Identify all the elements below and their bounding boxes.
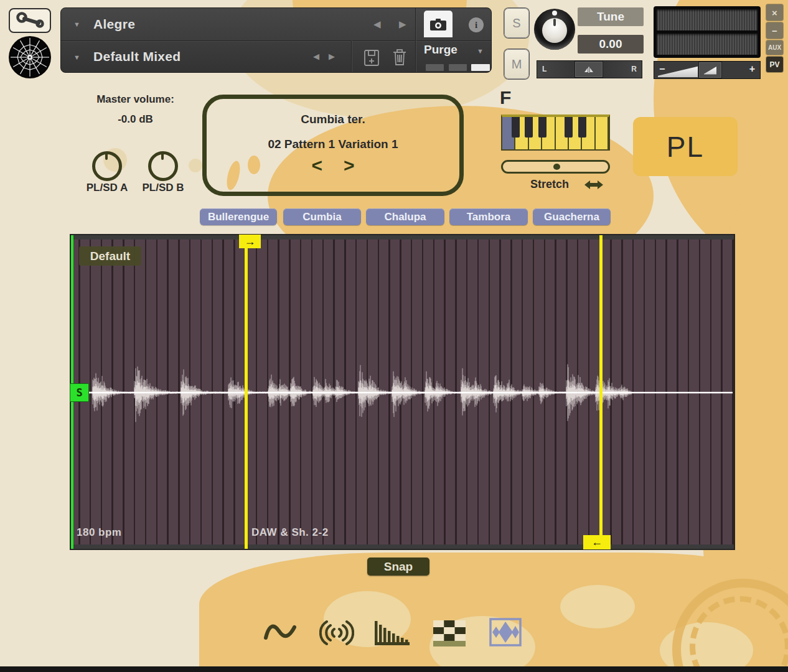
instrument-prev-icon[interactable]: ◀ — [373, 19, 381, 30]
volume-slider[interactable]: − + — [654, 61, 761, 79]
edit-wrench-button[interactable] — [9, 8, 51, 33]
plsd-b-label: PL/SD B — [135, 182, 191, 194]
info-icon[interactable]: i — [469, 17, 484, 32]
loop-end-handle[interactable]: ← — [583, 535, 611, 549]
purge-menu[interactable]: Purge — [424, 43, 457, 57]
style-name: Cumbia ter. — [207, 113, 459, 126]
trash-icon — [392, 48, 407, 67]
keyboard-range[interactable] — [501, 114, 610, 151]
instrument-header: ▼ Alegre ◀ ▶ ▼ Default Mixed ◀ ▶ — [60, 7, 492, 73]
tune-label: Tune — [578, 7, 644, 26]
waveform-bottom-strip — [71, 544, 734, 549]
waveform-top-strip — [71, 235, 734, 240]
style-tab-cumbia[interactable]: Cumbia — [283, 208, 361, 225]
tune-knob-tick — [553, 19, 556, 26]
pan-left-label: L — [542, 65, 546, 73]
pattern-prev-button[interactable]: < — [311, 155, 322, 175]
background-blob — [189, 159, 202, 172]
volume-minus[interactable]: − — [659, 63, 665, 75]
memory-indicator — [426, 64, 444, 71]
plsd-b-knob[interactable] — [148, 151, 178, 181]
instrument-name[interactable]: Alegre — [93, 17, 135, 32]
black-key[interactable] — [512, 117, 520, 138]
root-key-label: F — [500, 87, 511, 108]
speaker-waves-icon[interactable] — [319, 618, 354, 647]
waveform-view-icon[interactable] — [489, 618, 522, 646]
preset-menu-caret-icon[interactable]: ▼ — [73, 54, 80, 61]
instrument-next-icon[interactable]: ▶ — [399, 19, 406, 30]
volume-plus[interactable]: + — [749, 63, 755, 75]
output-meters — [654, 6, 761, 58]
save-preset-button[interactable] — [364, 49, 380, 69]
solo-button[interactable]: S — [504, 8, 529, 38]
instrument-logo — [8, 35, 52, 79]
volume-handle[interactable] — [699, 62, 721, 78]
stretch-label: Stretch — [530, 178, 569, 191]
header-divider — [61, 40, 491, 41]
plsd-a-label: PL/SD A — [79, 182, 135, 194]
waveform-panel[interactable]: S Default → ← 180 bpm DAW & Sh. 2-2 — [70, 234, 735, 550]
tune-knob-indicator — [552, 11, 557, 16]
preset-name[interactable]: Default Mixed — [93, 49, 181, 64]
style-tab-chalupa[interactable]: Chalupa — [366, 208, 444, 225]
style-tabs: BullerengueCumbiaChalupaTamboraGuacherna — [0, 208, 788, 225]
black-key[interactable] — [525, 117, 533, 138]
master-volume-value: -0.0 dB — [81, 113, 190, 126]
decay-bars-icon[interactable] — [375, 620, 411, 646]
memory-indicator — [471, 64, 490, 71]
loop-start-line[interactable] — [245, 235, 248, 549]
pan-center-icon — [583, 66, 594, 73]
tune-knob[interactable] — [534, 9, 575, 50]
delete-preset-button[interactable] — [392, 48, 407, 69]
right-arrow-icon: → — [245, 235, 256, 248]
style-tab-tambora[interactable]: Tambora — [449, 208, 528, 225]
snapshot-view-tab[interactable] — [424, 11, 453, 37]
pattern-next-button[interactable]: > — [344, 155, 355, 175]
kontakt-instrument-window: ▼ Alegre ◀ ▶ ▼ Default Mixed ◀ ▶ — [0, 0, 788, 672]
purge-caret-icon[interactable]: ▼ — [477, 47, 484, 55]
aux-button[interactable]: AUX — [766, 40, 783, 55]
minimize-button[interactable]: − — [766, 22, 783, 39]
preset-prev-icon[interactable]: ◀ — [313, 52, 319, 61]
start-marker-handle[interactable]: S — [70, 383, 89, 402]
plsd-a-knob[interactable] — [92, 151, 122, 181]
loop-start-handle[interactable]: → — [239, 235, 261, 248]
left-arrow-icon: ← — [591, 536, 603, 549]
preset-next-icon[interactable]: ▶ — [329, 52, 335, 61]
wrench-icon — [15, 10, 45, 31]
meter-right — [657, 34, 758, 55]
camera-icon — [429, 17, 447, 31]
sine-wave-icon[interactable] — [264, 621, 296, 645]
header-divider — [351, 40, 352, 72]
stretch-handle[interactable] — [553, 164, 560, 170]
master-volume-label: Master volume: — [81, 93, 190, 106]
background-blob — [560, 585, 635, 628]
white-key[interactable] — [596, 117, 609, 149]
bpm-readout: 180 bpm — [77, 526, 121, 539]
pattern-name: 02 Pattern 1 Variation 1 — [207, 138, 459, 151]
sync-mode-readout: DAW & Sh. 2-2 — [251, 526, 329, 539]
stretch-slider[interactable] — [501, 160, 610, 174]
black-key[interactable] — [578, 117, 586, 138]
zone-label-badge[interactable]: Default — [79, 246, 141, 266]
checkerboard-icon[interactable] — [433, 620, 466, 646]
black-key[interactable] — [538, 117, 546, 138]
close-button[interactable]: × — [766, 4, 783, 21]
snap-button[interactable]: Snap — [367, 558, 429, 576]
pan-handle[interactable] — [575, 62, 603, 77]
meter-left — [657, 9, 758, 30]
pan-slider[interactable]: L R — [537, 60, 642, 78]
volume-handle-icon — [704, 66, 716, 75]
mute-button[interactable]: M — [504, 49, 529, 79]
pv-button[interactable]: PV — [766, 57, 783, 72]
tune-value[interactable]: 0.00 — [578, 35, 644, 54]
style-tab-guacherna[interactable]: Guacherna — [533, 208, 611, 225]
memory-indicator — [449, 64, 467, 71]
style-tab-bullerengue[interactable]: Bullerengue — [200, 208, 277, 225]
loop-end-line[interactable] — [599, 235, 603, 549]
black-key[interactable] — [565, 117, 573, 138]
instrument-menu-caret-icon[interactable]: ▼ — [73, 21, 80, 28]
window-bottom-edge — [0, 666, 788, 672]
floppy-save-icon — [364, 49, 380, 67]
pl-mode-button[interactable]: PL — [633, 117, 738, 176]
